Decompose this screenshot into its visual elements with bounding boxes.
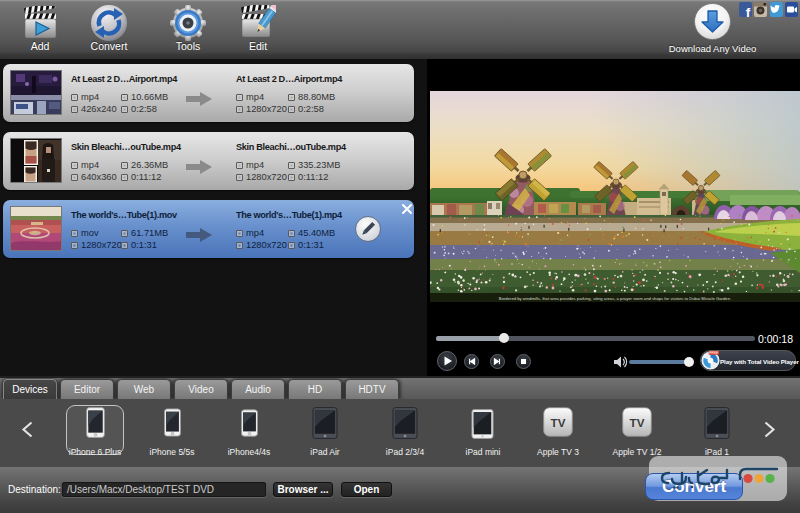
svg-text:Bordered by windmills, that ar: Bordered by windmills, that area provide… — [499, 296, 731, 301]
svg-text:TV: TV — [630, 416, 645, 429]
svg-text:TV: TV — [551, 416, 566, 429]
svg-text:FREE: FREE — [709, 351, 719, 355]
svg-text:f: f — [746, 5, 751, 18]
